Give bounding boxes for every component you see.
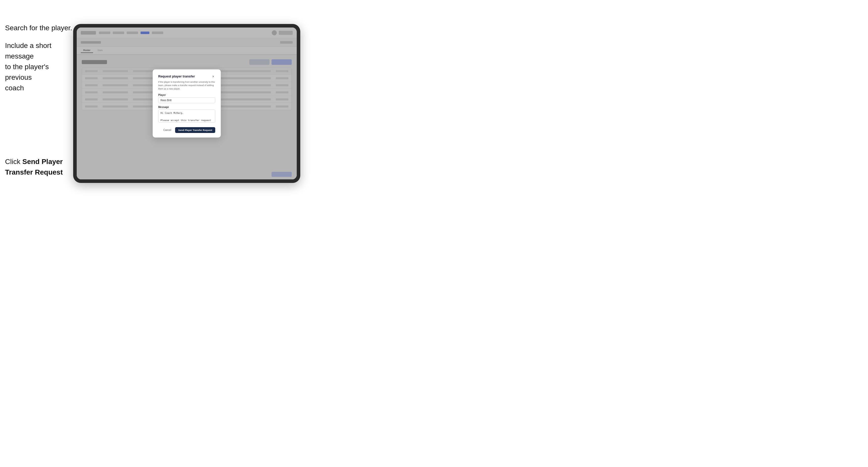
modal-title: Request player transfer (158, 74, 195, 78)
message-textarea[interactable]: Hi Coach McHarg, Please accept this tran… (158, 110, 215, 123)
player-field-label: Player (158, 94, 215, 96)
cancel-button[interactable]: Cancel (161, 128, 173, 132)
player-input[interactable] (158, 97, 215, 103)
modal-header: Request player transfer × (158, 74, 215, 79)
modal-close-button[interactable]: × (211, 74, 215, 79)
message-field-label: Message (158, 106, 215, 108)
send-transfer-request-button[interactable]: Send Player Transfer Request (175, 127, 215, 133)
modal-footer: Cancel Send Player Transfer Request (158, 127, 215, 133)
annotation-click: Click Send Player Transfer Request (5, 156, 72, 178)
modal-overlay: Request player transfer × If the player … (77, 28, 297, 179)
annotation-message: Include a short message to the player's … (5, 40, 72, 93)
tablet-screen: Roster Stats (77, 28, 297, 179)
modal-description: If the player is transferring from anoth… (158, 81, 215, 91)
tablet-device: Roster Stats (73, 24, 300, 183)
annotation-search: Search for the player. (5, 23, 72, 33)
request-transfer-modal: Request player transfer × If the player … (153, 69, 221, 138)
